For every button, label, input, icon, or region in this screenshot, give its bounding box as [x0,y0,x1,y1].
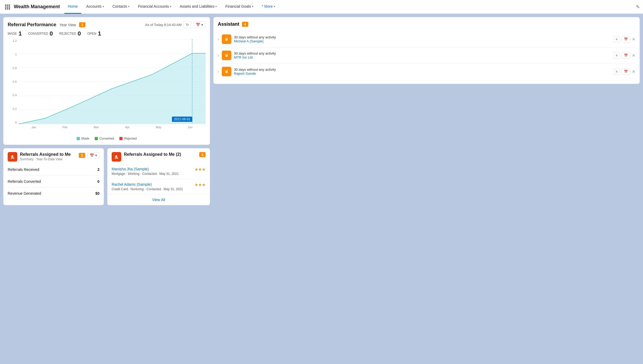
referrals-converted-label: Referrals Converted [8,179,41,184]
stat-rejected: REJECTED 0 [59,30,81,37]
svg-rect-2 [9,5,10,6]
stat-made-value: 1 [19,30,22,37]
assistant-text-0: 30 days without any activity Micheal A (… [234,35,611,43]
stat-made-label: MADE [8,32,17,35]
ref-item-name-0[interactable]: Manisha Jha (Sample) [112,167,179,171]
ref-item-name-1[interactable]: Rachel Adams (Sample) [112,182,183,187]
perf-subtitle: Year View [59,23,76,27]
assistant-item-1: › ♛ 30 days without any activity MTR Inc… [218,47,635,64]
view-all-row: View All [107,194,210,205]
stat-rejected-label: REJECTED [59,32,76,35]
close-button-1[interactable]: ✕ [632,53,635,58]
assistant-activity-0: 30 days without any activity [234,35,611,39]
svg-rect-7 [7,8,8,10]
assistant-item-0: › ♛ 30 days without any activity Micheal… [218,31,635,47]
ref-item-stars-0: ★★★ [194,167,206,172]
stat-converted-value: 0 [50,30,53,37]
as-of-text: As of Today 8:14:43 AM [145,23,181,27]
ref-icon [112,152,121,162]
perf-header: Referral Performance Year View 1 As of T… [8,21,206,28]
task-button-0[interactable]: ≡ [613,36,620,42]
summary-subtitle: Summary · Year-To-Date View [20,157,71,161]
svg-rect-1 [7,5,8,6]
svg-rect-0 [5,5,6,6]
summary-title: Referrals Assigned to Me [20,152,71,157]
nav-item-assets-liabilities[interactable]: Assets and Liabilities ▾ [176,0,221,14]
brand-name: Wealth Management [14,4,60,10]
chevron-down-icon: ▾ [274,5,275,8]
chevron-down-icon: ▾ [252,5,253,8]
assistant-name-0[interactable]: Micheal A (Sample) [234,39,611,43]
nav-item-accounts[interactable]: Accounts ▾ [82,0,108,14]
stat-converted-label: CONVERTED [28,32,48,35]
nav-item-home[interactable]: Home [64,0,81,14]
ref-item-detail-0: Mortgage · Working - Contacted · May 31,… [112,172,179,176]
assistant-title: Assistant [218,21,239,27]
schedule-button-0[interactable]: 📅 [622,36,630,42]
nav-item-contacts[interactable]: Contacts ▾ [109,0,133,14]
assistant-badge: 4 [242,22,248,27]
chart-container: 1.2 1 0.8 0.6 0.4 0.2 0 [8,39,206,135]
chevron-right-icon-1[interactable]: › [218,53,219,57]
close-button-2[interactable]: ✕ [632,69,635,74]
summary-calendar-button[interactable]: 📅 ▾ [87,152,99,159]
task-button-2[interactable]: ≡ [613,68,620,75]
svg-rect-5 [9,6,10,8]
summary-icon [8,152,17,162]
legend-rejected-dot [119,137,123,140]
referrals-assigned-card: Referrals Assigned to Me (2) 3 Manisha J… [107,148,210,205]
summary-card: Referrals Assigned to Me Summary · Year-… [3,148,104,205]
assistant-card: Assistant 4 › ♛ 30 days without any acti… [213,17,640,84]
chevron-right-icon-0[interactable]: › [218,37,219,41]
legend-made-dot [77,137,80,140]
nav-item-more[interactable]: * More ▾ [258,0,279,14]
right-column: Assistant 4 › ♛ 30 days without any acti… [213,17,640,361]
ref-item-1: Rachel Adams (Sample) Credit Card · Nurt… [112,179,206,194]
stats-row: MADE 1 CONVERTED 0 REJECTED 0 OPEN 1 [8,30,206,37]
task-button-1[interactable]: ≡ [613,52,620,59]
summary-title-group: Referrals Assigned to Me Summary · Year-… [8,152,71,162]
assistant-name-2[interactable]: Rajesh Gande [234,72,611,76]
legend-rejected: Rejected [119,137,137,140]
close-button-0[interactable]: ✕ [632,37,635,42]
schedule-button-2[interactable]: 📅 [622,68,630,75]
stat-open: OPEN 1 [87,30,101,37]
referral-performance-card: Referral Performance Year View 1 As of T… [3,17,210,145]
main-content: Referral Performance Year View 1 As of T… [0,14,643,364]
stat-rejected-value: 0 [78,30,81,37]
chart-tooltip: 2021-06-01 [172,117,192,122]
assistant-item-2: › ♛ 30 days without any activity Rajesh … [218,64,635,79]
assistant-actions-0: ≡ 📅 ✕ [613,36,635,42]
assistant-activity-1: 30 days without any activity [234,51,611,55]
schedule-button-1[interactable]: 📅 [622,52,630,59]
svg-rect-8 [9,8,10,10]
nav-item-financial-goals[interactable]: Financial Goals ▾ [221,0,257,14]
chevron-right-icon-2[interactable]: › [218,69,219,74]
assistant-actions-1: ≡ 📅 ✕ [613,52,635,59]
perf-title: Referral Performance [8,22,56,28]
refresh-button[interactable]: ↻ [184,21,191,28]
summary-row-revenue: Revenue Generated $0 [8,188,99,199]
assistant-activity-2: 30 days without any activity [234,68,611,72]
chart-svg [18,39,206,124]
assistant-name-1[interactable]: MTR Inc Ltd [234,55,611,59]
summary-header: Referrals Assigned to Me Summary · Year-… [3,148,104,164]
stat-made: MADE 1 [8,30,22,37]
crown-icon-2: ♛ [222,67,231,76]
ref-title-group: Referrals Assigned to Me (2) [112,152,181,162]
calendar-button[interactable]: 📅 ▾ [193,21,206,28]
svg-rect-4 [7,6,8,8]
chevron-down-icon: ▾ [215,5,217,8]
nav-item-financial-accounts[interactable]: Financial Accounts ▾ [134,0,175,14]
left-column: Referral Performance Year View 1 As of T… [3,17,210,361]
revenue-generated-value: $0 [95,191,99,196]
chart-yaxis: 1.2 1 0.8 0.6 0.4 0.2 0 [8,39,18,124]
summary-table: Referrals Received 2 Referrals Converted… [3,164,104,199]
edit-icon[interactable]: ✎ [636,4,640,10]
chevron-down-icon: ▾ [103,5,104,8]
chart-svg-area: 2021-06-01 [18,39,206,124]
app-grid-button[interactable] [3,3,12,11]
referrals-received-label: Referrals Received [8,167,39,172]
view-all-link[interactable]: View All [152,198,165,202]
summary-row-received: Referrals Received 2 [8,164,99,176]
